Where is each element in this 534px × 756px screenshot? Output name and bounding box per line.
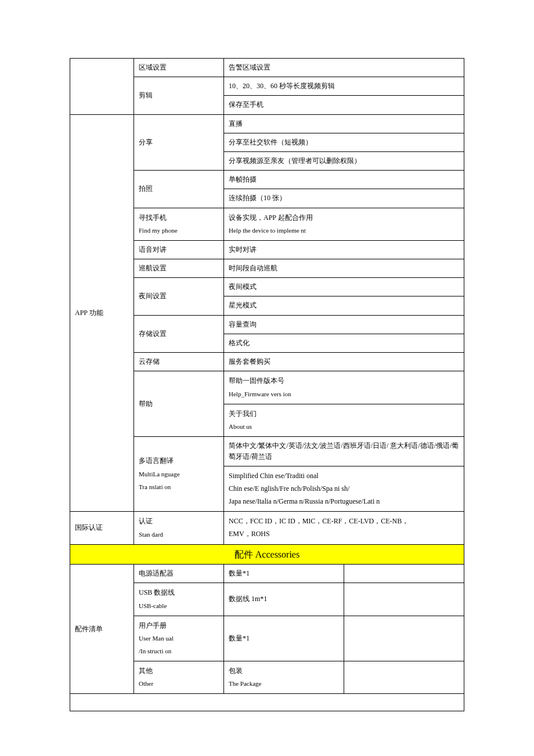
cell-burst-shot: 连续拍摄（10 张） xyxy=(224,189,464,208)
cell-lang-list-cn: 简体中文/繁体中文/英语/法文/波兰语/西班牙语/日语/ 意大利语/德语/俄语/… xyxy=(224,436,464,466)
cell-clip: 剪辑 xyxy=(134,77,224,114)
cell-cloud: 云存储 xyxy=(134,353,224,371)
cell-starlight: 星光模式 xyxy=(224,296,464,315)
cell-power-qty: 数量*1 xyxy=(224,565,344,583)
cell-intl-cert: 国际认证 xyxy=(70,512,134,544)
cell-power-adapter: 电源适配器 xyxy=(134,565,224,583)
cell-find-phone-desc: 设备实现，APP 起配合作用 Help the device to implem… xyxy=(224,208,464,240)
cell-accessories-list: 配件清单 xyxy=(70,565,134,694)
usb-sub: USB-cable xyxy=(139,601,219,612)
cell-manual: 用户手册 User Man ual /In structi on xyxy=(134,616,224,661)
cell-help-firmware: 帮助一固件版本号 Help_Firmware vers ion xyxy=(224,371,464,404)
cell-cert: 认证 Stan dard xyxy=(134,512,224,544)
cell-save-phone: 保存至手机 xyxy=(224,96,464,114)
cell-package: 包装 The Package xyxy=(224,661,344,693)
lang-en-3: Japa nese/Italia n/Germa n/Russia n/Port… xyxy=(229,497,380,505)
cell-share-social: 分享至社交软件（短视频） xyxy=(224,133,464,151)
help-firmware: 帮助一固件版本号 xyxy=(229,377,284,385)
cert-label: 认证 xyxy=(139,517,153,525)
cell-power-blank xyxy=(344,565,464,583)
find-phone-label: 寻找手机 xyxy=(139,214,167,222)
blank-category-cell xyxy=(70,59,134,115)
cell-alarm-area: 告警区域设置 xyxy=(224,59,464,77)
about-us-sub: About us xyxy=(229,421,459,433)
cell-night-mode: 夜间模式 xyxy=(224,278,464,296)
cell-other-blank xyxy=(344,661,464,693)
cell-help: 帮助 xyxy=(134,371,224,437)
cell-other: 其他 Other xyxy=(134,661,224,693)
lang-en-1: Simplified Chin ese/Traditi onal xyxy=(229,472,319,480)
cell-manual-qty: 数量*1 xyxy=(224,616,344,661)
manual-label: 用户手册 xyxy=(139,621,167,630)
cell-live: 直播 xyxy=(224,114,464,133)
usb-label: USB 数据线 xyxy=(139,588,175,596)
other-label: 其他 xyxy=(139,667,153,675)
multilang-sub2: Tra nslati on xyxy=(139,482,219,493)
about-us: 关于我们 xyxy=(229,410,257,418)
package-label: 包装 xyxy=(229,667,243,675)
cell-capacity: 容量查询 xyxy=(224,315,464,334)
cell-find-phone: 寻找手机 Find my phone xyxy=(134,208,224,240)
cell-photo: 拍照 xyxy=(134,171,224,208)
other-sub: Other xyxy=(139,678,219,690)
manual-sub2: /In structi on xyxy=(139,646,219,657)
cell-single-shot: 单帧拍摄 xyxy=(224,171,464,189)
cell-multilang: 多语言翻译 MultiLa nguage Tra nslati on xyxy=(134,436,224,511)
cell-cert-list: NCC，FCC ID，IC ID，MIC，CE-RF，CE-LVD，CE-NB，… xyxy=(224,512,464,544)
cell-app-features: APP 功能 xyxy=(70,114,134,512)
cell-clip-lengths: 10、20、30、60 秒等长度视频剪辑 xyxy=(224,77,464,96)
cell-lang-list-en: Simplified Chin ese/Traditi onal Chin es… xyxy=(224,466,464,512)
help-firmware-sub: Help_Firmware vers ion xyxy=(229,389,459,400)
multilang-label: 多语言翻译 xyxy=(139,457,174,465)
cell-usb-cable: USB 数据线 USB-cable xyxy=(134,583,224,616)
find-phone-sub: Find my phone xyxy=(139,225,219,237)
cert-sub: Stan dard xyxy=(139,529,219,541)
lang-en-2: Chin ese/E nglish/Fre nch/Polish/Spa ni … xyxy=(229,484,349,493)
cell-storage: 存储设置 xyxy=(134,315,224,352)
find-phone-desc-sub: Help the device to impleme nt xyxy=(229,225,459,237)
cell-about-us: 关于我们 About us xyxy=(224,404,464,436)
cell-voice-desc: 实时对讲 xyxy=(224,240,464,259)
cell-usb-blank xyxy=(344,583,464,616)
cell-area-setting: 区域设置 xyxy=(134,59,224,77)
spec-table: 区域设置 告警区域设置 剪辑 10、20、30、60 秒等长度视频剪辑 保存至手… xyxy=(70,58,464,711)
package-sub: The Package xyxy=(229,678,339,690)
cell-night: 夜间设置 xyxy=(134,278,224,315)
cell-cloud-desc: 服务套餐购买 xyxy=(224,353,464,371)
section-accessories: 配件 Accessories xyxy=(70,544,464,565)
cert-list-2: EMV，ROHS xyxy=(229,530,270,538)
cell-cruise: 巡航设置 xyxy=(134,259,224,278)
cell-usb-qty: 数据线 1m*1 xyxy=(224,583,344,616)
cell-cruise-desc: 时间段自动巡航 xyxy=(224,259,464,278)
cell-share-family: 分享视频源至亲友（管理者可以删除权限） xyxy=(224,151,464,170)
cell-manual-blank xyxy=(344,616,464,661)
empty-row xyxy=(70,694,464,711)
cert-list-1: NCC，FCC ID，IC ID，MIC，CE-RF，CE-LVD，CE-NB， xyxy=(229,517,409,525)
multilang-sub1: MultiLa nguage xyxy=(139,469,219,480)
cell-format: 格式化 xyxy=(224,334,464,352)
cell-voice: 语音对讲 xyxy=(134,240,224,259)
find-phone-desc: 设备实现，APP 起配合作用 xyxy=(229,214,313,222)
cell-share: 分享 xyxy=(134,114,224,171)
manual-sub1: User Man ual xyxy=(139,633,219,645)
